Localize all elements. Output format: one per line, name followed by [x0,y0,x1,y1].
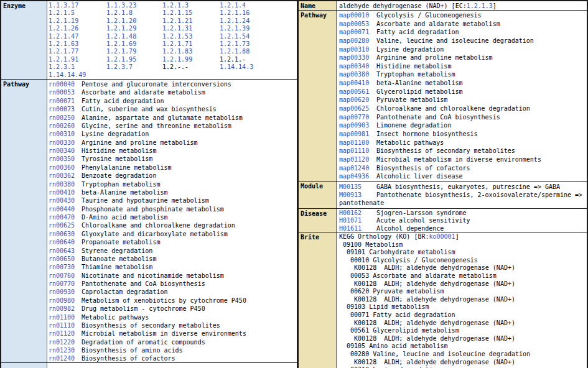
ec-number-link[interactable]: 1.2.1.4 [220,2,246,9]
ec-number-link[interactable]: 1.2.1.99 [162,56,220,63]
ec-number-link[interactable]: 1.2.1.19 [49,17,106,25]
ec-number-link[interactable]: 1.1.3.17 [49,2,106,9]
ec-number-link[interactable]: 1.2.1.73 [220,40,250,48]
ec-number-link[interactable]: 1.2.1.3 [162,2,220,9]
pathway-link[interactable]: rn00310 [49,130,82,138]
pathway-link[interactable]: rn00350 [49,155,82,163]
pathway-link[interactable]: map00280 [339,37,376,45]
list-item: rn00730Thiamine metabolism [49,263,297,271]
pathway-link[interactable]: rn00362 [49,172,82,180]
pathway-link[interactable]: map00010 [339,11,376,20]
pathway-link[interactable]: rn00330 [49,139,82,147]
ec-number-link[interactable]: 1.2.1.26 [49,25,106,32]
pathway-link[interactable]: rn01100 [49,313,82,321]
ec-number-link[interactable]: 1.2.1.95 [106,56,162,63]
pathway-link[interactable]: rn00640 [49,238,82,246]
ec-number-link[interactable]: 1.2.1.31 [162,25,220,32]
pathway-link[interactable]: rn00260 [49,122,82,130]
pathway-link[interactable]: rn00073 [49,105,82,113]
pathway-link[interactable]: rn00930 [49,288,82,296]
pathway-link[interactable]: rn00643 [49,247,82,255]
pathway-link[interactable]: map00981 [339,130,376,139]
ec-number-link[interactable]: 1.2.1.39 [220,25,250,32]
pathway-link[interactable]: rn01120 [49,329,82,338]
ec-number-link[interactable]: 1.2.1.16 [220,9,250,17]
ec-number-link[interactable]: 1.2.1.20 [106,17,162,25]
ec-number-link[interactable]: 1.2.1.53 [162,33,220,40]
pathway-link[interactable]: map00410 [339,79,376,88]
pathway-link[interactable]: rn00053 [49,88,82,96]
ec-number-link[interactable]: 1.2.1.48 [106,33,162,40]
pathway-link[interactable]: map00340 [339,62,376,71]
pathway-link[interactable]: map00625 [339,104,376,113]
ec-number-link[interactable]: 1.2.1.54 [220,33,250,40]
disease-link[interactable]: H01071 [339,217,376,224]
pathway-link[interactable]: rn00380 [49,180,82,188]
pathway-link[interactable]: rn01240 [49,354,82,362]
pathway-link[interactable]: map01110 [339,147,376,155]
module-link[interactable]: M00135 [339,183,376,191]
pathway-link[interactable]: rn00760 [49,272,82,280]
pathway-link[interactable]: map00071 [339,28,376,37]
ec-number-link[interactable]: 1.14.14.3 [220,63,253,71]
ec-number-link[interactable]: 1.2.1.5 [49,9,106,17]
list-item: map00561Glycerolipid metabolism [339,88,587,96]
pathway-link[interactable]: rn00980 [49,297,82,305]
pathway-link[interactable]: rn00470 [49,213,82,221]
ec-number-link[interactable]: 1.2.1.8 [106,9,162,17]
ec-number-link[interactable]: 1.2.1.29 [106,25,162,32]
pathway-link[interactable]: rn00250 [49,114,82,122]
ec-number-link[interactable]: 1.14.14.49 [49,71,106,79]
pathway-link[interactable]: map04936 [339,172,376,181]
ec-number-link[interactable]: 1.2.1.24 [220,17,250,25]
pathway-link[interactable]: map00903 [339,121,376,130]
ec-number-link[interactable]: 1.2.1.91 [49,56,106,63]
pathway-link[interactable]: map00053 [339,20,376,29]
pathway-link[interactable]: rn00340 [49,147,82,155]
pathway-link[interactable]: map00561 [339,88,376,96]
ec-number-link[interactable]: 1.2.3.7 [106,63,162,71]
pathway-link[interactable]: map01100 [339,139,376,147]
pathway-link[interactable]: rn00410 [49,188,82,196]
pathway-link[interactable]: rn00440 [49,205,82,213]
ec-number-link[interactable]: 1.2.1.88 [220,48,250,55]
pathway-link[interactable]: rn00730 [49,263,82,271]
ec-number-link[interactable]: 1.2.1.79 [106,48,162,55]
brite-ko-link[interactable]: ko00001 [429,233,455,240]
brite-line: K00128 ALDH; aldehyde dehydrogenase (NAD… [339,320,587,328]
pathway-link[interactable]: map00310 [339,45,376,54]
ec-number-link[interactable]: 1.2.1.71 [162,40,220,48]
disease-link[interactable]: H00162 [339,209,376,217]
ec-number-link[interactable]: 1.1.3.23 [106,2,162,9]
pathway-link[interactable]: map00380 [339,70,376,79]
pathway-link[interactable]: rn00625 [49,221,82,229]
pathway-link[interactable]: map01120 [339,155,376,164]
disease-link[interactable]: H01611 [339,225,376,232]
ec-number-link[interactable]: 1.2.1.3 [467,2,493,9]
ec-number-link[interactable]: 1.2.1.77 [49,48,106,55]
ec-number-link[interactable]: 1.2.3.1 [49,63,106,71]
pathway-link[interactable]: rn00071 [49,97,82,105]
pathway-link[interactable]: rn00630 [49,230,82,238]
ec-number-link[interactable]: 1.2.1.83 [162,48,220,55]
pathway-link[interactable]: rn00650 [49,255,82,263]
ec-number-link[interactable]: 1.2.1.69 [106,40,162,48]
pathway-link[interactable]: rn00360 [49,163,82,172]
brite-line: 00561 Glycerolipid metabolism [339,327,587,335]
ec-number-link[interactable]: 1.2.1.63 [49,40,106,48]
ec-number-link[interactable]: 1.2.1.47 [49,33,106,40]
pathway-link[interactable]: rn00040 [49,80,82,88]
pathway-link[interactable]: map00330 [339,53,376,62]
pathway-link[interactable]: rn00430 [49,196,82,205]
module-link[interactable]: M00913 [339,191,376,199]
ec-number-link[interactable]: 1.2.1.21 [162,17,220,25]
pathway-link[interactable]: rn00982 [49,305,82,313]
pathway-link[interactable]: rn01220 [49,338,82,346]
pathway-link[interactable]: map01240 [339,164,376,173]
pathway-link[interactable]: rn01110 [49,321,82,329]
pathway-link[interactable]: rn00770 [49,280,82,288]
ec-number-link[interactable]: 1.2.1.15 [162,9,220,17]
pathway-link[interactable]: map00620 [339,96,376,104]
pathway-link[interactable]: rn01230 [49,346,82,354]
pathway-link[interactable]: map00770 [339,113,376,122]
